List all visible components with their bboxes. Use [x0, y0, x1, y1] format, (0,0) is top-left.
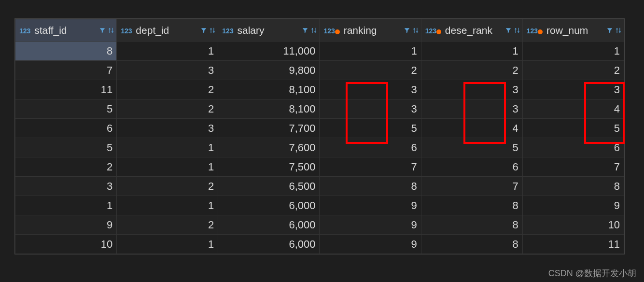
cell-dept_id[interactable]: 1 — [117, 235, 218, 254]
cell-staff_id[interactable]: 5 — [15, 99, 117, 119]
filter-icon[interactable] — [505, 27, 512, 34]
column-header-ranking[interactable]: 123 ranking — [320, 19, 421, 42]
cell-row_num[interactable]: 10 — [522, 215, 624, 235]
cell-salary[interactable]: 7,500 — [218, 157, 320, 177]
cell-dese_rank[interactable]: 2 — [421, 61, 522, 80]
column-header-label: staff_id — [31, 25, 67, 36]
sort-icon[interactable] — [310, 26, 317, 35]
cell-row_num[interactable]: 8 — [522, 177, 624, 196]
cell-ranking[interactable]: 9 — [320, 215, 421, 235]
cell-row_num[interactable]: 5 — [522, 119, 624, 138]
table-row[interactable]: 1016,0009811 — [15, 235, 624, 254]
cell-value: 3 — [208, 122, 214, 134]
cell-dept_id[interactable]: 1 — [117, 138, 218, 157]
cell-dese_rank[interactable]: 7 — [421, 177, 522, 196]
cell-row_num[interactable]: 7 — [522, 157, 624, 177]
table-row[interactable]: 326,500878 — [15, 177, 624, 196]
cell-dese_rank[interactable]: 3 — [421, 80, 522, 99]
cell-staff_id[interactable]: 3 — [15, 177, 117, 196]
cell-value: 6,000 — [289, 238, 315, 250]
filter-icon[interactable] — [606, 27, 613, 34]
cell-ranking[interactable]: 9 — [320, 235, 421, 254]
cell-ranking[interactable]: 1 — [320, 42, 421, 61]
cell-salary[interactable]: 6,000 — [218, 235, 320, 254]
cell-salary[interactable]: 6,500 — [218, 177, 320, 196]
cell-dept_id[interactable]: 3 — [117, 119, 218, 138]
cell-dese_rank[interactable]: 5 — [421, 138, 522, 157]
filter-icon[interactable] — [200, 27, 207, 34]
cell-dept_id[interactable]: 1 — [117, 157, 218, 177]
cell-ranking[interactable]: 7 — [320, 157, 421, 177]
cell-row_num[interactable]: 6 — [522, 138, 624, 157]
cell-staff_id[interactable]: 5 — [15, 138, 117, 157]
cell-dese_rank[interactable]: 6 — [421, 157, 522, 177]
table-row[interactable]: 8111,000111 — [15, 42, 624, 61]
cell-salary[interactable]: 8,100 — [218, 80, 320, 99]
cell-dept_id[interactable]: 1 — [117, 196, 218, 215]
table-row[interactable]: 1128,100333 — [15, 80, 624, 99]
cell-staff_id[interactable]: 2 — [15, 157, 117, 177]
cell-row_num[interactable]: 2 — [522, 61, 624, 80]
column-header-row_num[interactable]: 123 row_num — [522, 19, 624, 42]
cell-dese_rank[interactable]: 4 — [421, 119, 522, 138]
filter-icon[interactable] — [404, 27, 410, 34]
cell-row_num[interactable]: 11 — [522, 235, 624, 254]
cell-ranking[interactable]: 3 — [320, 80, 421, 99]
sort-icon[interactable] — [209, 26, 216, 35]
cell-row_num[interactable]: 1 — [522, 42, 624, 61]
cell-dept_id[interactable]: 3 — [117, 61, 218, 80]
cell-dept_id[interactable]: 2 — [117, 215, 218, 235]
column-header-staff_id[interactable]: 123 staff_id — [15, 19, 117, 42]
filter-icon[interactable] — [302, 27, 308, 34]
cell-dept_id[interactable]: 2 — [117, 177, 218, 196]
cell-row_num[interactable]: 4 — [522, 99, 624, 119]
table-row[interactable]: 517,600656 — [15, 138, 624, 157]
cell-salary[interactable]: 7,700 — [218, 119, 320, 138]
cell-ranking[interactable]: 5 — [320, 119, 421, 138]
column-header-salary[interactable]: 123 salary — [218, 19, 320, 42]
cell-dese_rank[interactable]: 8 — [421, 235, 522, 254]
column-header-dept_id[interactable]: 123 dept_id — [117, 19, 218, 42]
cell-row_num[interactable]: 9 — [522, 196, 624, 215]
cell-dese_rank[interactable]: 8 — [421, 196, 522, 215]
cell-salary[interactable]: 11,000 — [218, 42, 320, 61]
cell-salary[interactable]: 7,600 — [218, 138, 320, 157]
cell-ranking[interactable]: 3 — [320, 99, 421, 119]
cell-staff_id[interactable]: 6 — [15, 119, 117, 138]
cell-value: 5 — [107, 141, 112, 154]
cell-ranking[interactable]: 9 — [320, 196, 421, 215]
cell-dept_id[interactable]: 2 — [117, 99, 218, 119]
cell-ranking[interactable]: 2 — [320, 61, 421, 80]
cell-dese_rank[interactable]: 3 — [421, 99, 522, 119]
sort-icon[interactable] — [514, 26, 520, 35]
cell-staff_id[interactable]: 7 — [15, 61, 117, 80]
cell-ranking[interactable]: 6 — [320, 138, 421, 157]
cell-salary[interactable]: 6,000 — [218, 196, 320, 215]
cell-ranking[interactable]: 8 — [320, 177, 421, 196]
column-header-dese_rank[interactable]: 123 dese_rank — [421, 19, 522, 42]
table-row[interactable]: 528,100334 — [15, 99, 624, 119]
cell-staff_id[interactable]: 8 — [15, 42, 117, 61]
cell-dese_rank[interactable]: 1 — [421, 42, 522, 61]
cell-staff_id[interactable]: 10 — [15, 235, 117, 254]
cell-salary[interactable]: 9,800 — [218, 61, 320, 80]
cell-salary[interactable]: 6,000 — [218, 215, 320, 235]
table-row[interactable]: 217,500767 — [15, 157, 624, 177]
cell-staff_id[interactable]: 11 — [15, 80, 117, 99]
table-row[interactable]: 739,800222 — [15, 61, 624, 80]
cell-staff_id[interactable]: 1 — [15, 196, 117, 215]
cell-dese_rank[interactable]: 8 — [421, 215, 522, 235]
sort-icon[interactable] — [615, 26, 622, 35]
table-row[interactable]: 926,0009810 — [15, 215, 624, 235]
cell-dept_id[interactable]: 1 — [117, 42, 218, 61]
table-row[interactable]: 637,700545 — [15, 119, 624, 138]
sort-icon[interactable] — [108, 26, 114, 35]
cell-staff_id[interactable]: 9 — [15, 215, 117, 235]
filter-icon[interactable] — [99, 27, 106, 34]
cell-value: 5 — [411, 122, 417, 134]
cell-salary[interactable]: 8,100 — [218, 99, 320, 119]
sort-icon[interactable] — [412, 26, 419, 35]
table-row[interactable]: 116,000989 — [15, 196, 624, 215]
cell-dept_id[interactable]: 2 — [117, 80, 218, 99]
cell-row_num[interactable]: 3 — [522, 80, 624, 99]
